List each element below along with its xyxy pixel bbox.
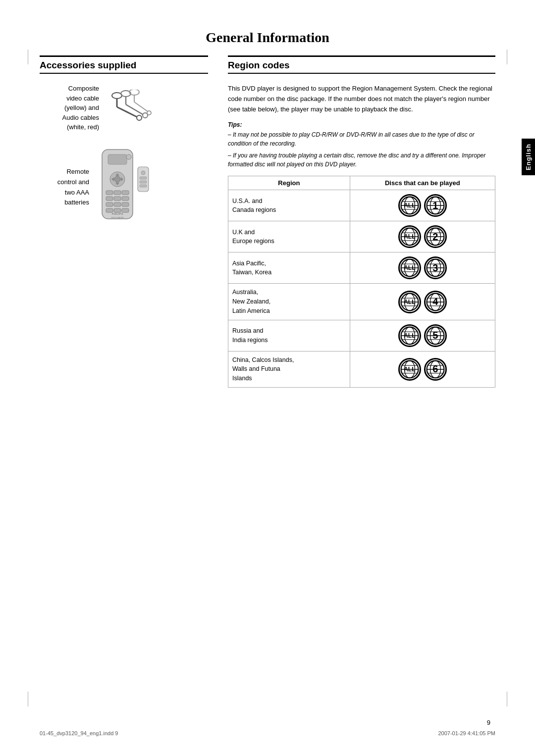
crop-mark-tl bbox=[28, 50, 28, 64]
region-number-icon: 5 bbox=[424, 324, 447, 347]
discs-cell: ALL 5 bbox=[350, 320, 495, 351]
region-number-icon: 3 bbox=[424, 256, 447, 279]
cable-svg bbox=[107, 90, 152, 124]
svg-rect-27 bbox=[106, 202, 113, 206]
disc-icons: ALL 2 bbox=[354, 225, 491, 248]
cable-image bbox=[107, 90, 152, 126]
page-number: 9 bbox=[487, 719, 490, 726]
table-row: China, Calcos Islands,Walls and FutunaIs… bbox=[228, 351, 495, 387]
region-cell: Australia,New Zealand,Latin America bbox=[228, 284, 350, 320]
page: English General Information Accessories … bbox=[0, 0, 535, 756]
tips-section: Tips: – It may not be possible to play C… bbox=[228, 121, 495, 169]
svg-rect-28 bbox=[114, 202, 121, 206]
disc-icons: ALL 6 bbox=[354, 358, 491, 381]
remote-svg: PHILIPS DVD PLAYER bbox=[97, 147, 152, 226]
region-description: This DVD player is designed to support t… bbox=[228, 84, 495, 114]
svg-rect-29 bbox=[122, 202, 129, 206]
disc-icons: ALL 5 bbox=[354, 324, 491, 347]
disc-icons: ALL 1 bbox=[354, 194, 491, 217]
svg-text:PHILIPS: PHILIPS bbox=[111, 212, 123, 215]
tips-label: Tips: bbox=[228, 121, 495, 128]
table-row: Russia andIndia regions ALL 5 bbox=[228, 320, 495, 351]
svg-rect-26 bbox=[122, 197, 129, 201]
svg-point-3 bbox=[137, 115, 142, 120]
svg-rect-39 bbox=[140, 185, 147, 187]
discs-cell: ALL 4 bbox=[350, 284, 495, 320]
tip1: – It may not be possible to play CD-R/RW… bbox=[228, 130, 495, 148]
svg-rect-21 bbox=[106, 191, 113, 195]
table-row: Asia Pacific,Taiwan, Korea ALL 3 bbox=[228, 252, 495, 284]
discs-cell: ALL 6 bbox=[350, 351, 495, 387]
svg-rect-25 bbox=[114, 197, 121, 201]
table-header-row: Region Discs that can be played bbox=[228, 176, 495, 190]
svg-rect-37 bbox=[140, 177, 147, 179]
remote-label: Remotecontrol andtwo AAAbatteries bbox=[40, 167, 89, 208]
globe-all-icon: ALL bbox=[398, 358, 421, 381]
globe-all-icon: ALL bbox=[398, 324, 421, 347]
region-cell: U.K andEurope regions bbox=[228, 221, 350, 252]
disc-icons: ALL 3 bbox=[354, 256, 491, 279]
svg-point-0 bbox=[112, 93, 122, 99]
svg-point-14 bbox=[126, 154, 131, 159]
svg-rect-31 bbox=[114, 208, 121, 212]
region-number-icon: 4 bbox=[424, 291, 447, 313]
globe-all-icon: ALL bbox=[398, 225, 421, 248]
region-cell: China, Calcos Islands,Walls and FutunaIs… bbox=[228, 351, 350, 387]
page-title: General Information bbox=[40, 30, 495, 46]
svg-point-16 bbox=[114, 176, 120, 182]
globe-all-icon: ALL bbox=[398, 291, 421, 313]
footer-right: 2007-01-29 4:41:05 PM bbox=[438, 730, 495, 736]
footer-left: 01-45_dvp3120_94_eng1.indd 9 bbox=[40, 730, 118, 736]
region-number-icon: 2 bbox=[424, 225, 447, 248]
crop-mark-tr bbox=[507, 50, 507, 64]
accessories-heading: Accessories supplied bbox=[40, 55, 208, 74]
col-region-header: Region bbox=[228, 176, 350, 190]
discs-cell: ALL 1 bbox=[350, 190, 495, 221]
region-cell: U.S.A. andCanada regions bbox=[228, 190, 350, 221]
svg-rect-38 bbox=[140, 181, 147, 183]
svg-point-36 bbox=[141, 171, 145, 175]
svg-point-11 bbox=[147, 111, 151, 115]
cable-label: Compositevideo cable(yellow) andAudio ca… bbox=[40, 84, 99, 132]
remote-image: PHILIPS DVD PLAYER bbox=[97, 147, 152, 228]
region-codes-section: Region codes This DVD player is designed… bbox=[228, 55, 495, 388]
svg-rect-23 bbox=[122, 191, 129, 195]
globe-all-icon: ALL bbox=[398, 256, 421, 279]
region-table: Region Discs that can be played U.S.A. a… bbox=[228, 176, 495, 388]
globe-all-icon: ALL bbox=[398, 194, 421, 217]
col-discs-header: Discs that can be played bbox=[350, 176, 495, 190]
crop-mark-bl bbox=[28, 692, 28, 706]
region-number-icon: 6 bbox=[424, 358, 447, 381]
region-number-icon: 1 bbox=[424, 194, 447, 217]
remote-accessory: Remotecontrol andtwo AAAbatteries bbox=[40, 147, 208, 228]
region-cell: Asia Pacific,Taiwan, Korea bbox=[228, 252, 350, 284]
svg-rect-24 bbox=[106, 197, 113, 201]
svg-rect-22 bbox=[114, 191, 121, 195]
accessories-section: Accessories supplied Compositevideo cabl… bbox=[40, 55, 208, 388]
tip2: – If you are having trouble playing a ce… bbox=[228, 151, 495, 169]
region-codes-heading: Region codes bbox=[228, 55, 495, 74]
english-tab: English bbox=[522, 139, 535, 175]
disc-icons: ALL 4 bbox=[354, 291, 491, 313]
svg-text:DVD PLAYER: DVD PLAYER bbox=[111, 216, 123, 219]
cable-accessory: Compositevideo cable(yellow) andAudio ca… bbox=[40, 84, 208, 132]
table-row: Australia,New Zealand,Latin America ALL … bbox=[228, 284, 495, 320]
footer: 01-45_dvp3120_94_eng1.indd 9 2007-01-29 … bbox=[40, 730, 495, 736]
table-row: U.S.A. andCanada regions ALL 1 bbox=[228, 190, 495, 221]
table-row: U.K andEurope regions ALL 2 bbox=[228, 221, 495, 252]
svg-rect-13 bbox=[108, 154, 127, 164]
main-content: Accessories supplied Compositevideo cabl… bbox=[40, 55, 495, 388]
discs-cell: ALL 3 bbox=[350, 252, 495, 284]
svg-rect-30 bbox=[106, 208, 113, 212]
discs-cell: ALL 2 bbox=[350, 221, 495, 252]
crop-mark-br bbox=[507, 692, 507, 706]
region-cell: Russia andIndia regions bbox=[228, 320, 350, 351]
svg-rect-32 bbox=[122, 208, 129, 212]
